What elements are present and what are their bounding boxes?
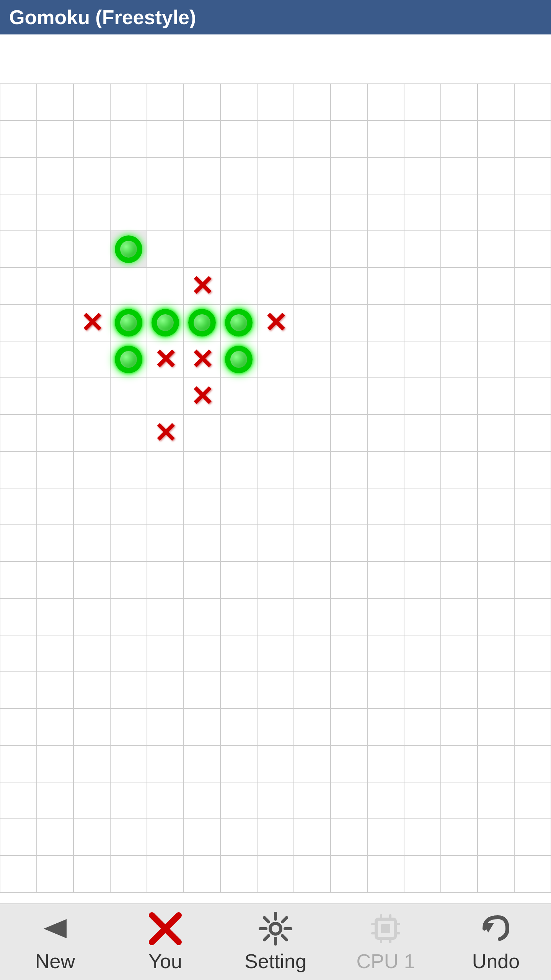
piece-x: ✕ (184, 268, 220, 304)
piece-o (225, 346, 253, 373)
arrow-undo-icon (479, 911, 513, 946)
svg-line-47 (264, 918, 269, 922)
piece-x: ✕ (184, 341, 220, 378)
arrow-new-icon (38, 911, 72, 946)
svg-point-42 (270, 923, 281, 934)
cpu-icon (368, 911, 403, 946)
piece-o (152, 309, 179, 336)
setting-button-label: Setting (245, 950, 306, 973)
title-bar: Gomoku (Freestyle) (0, 0, 551, 34)
piece-o (115, 346, 142, 373)
you-button-label: You (148, 950, 182, 973)
svg-marker-39 (44, 919, 67, 938)
svg-line-48 (282, 936, 287, 940)
piece-x: ✕ (147, 341, 184, 378)
undo-button-label: Undo (472, 950, 520, 973)
piece-o (115, 235, 142, 263)
app-title: Gomoku (Freestyle) (9, 6, 196, 29)
piece-o (188, 309, 216, 336)
gear-icon (258, 911, 293, 946)
setting-button[interactable]: Setting (222, 908, 329, 977)
svg-line-50 (264, 936, 269, 940)
piece-o (115, 309, 142, 336)
new-button-label: New (35, 950, 75, 973)
undo-button[interactable]: Undo (442, 908, 549, 977)
new-button[interactable]: New (2, 908, 109, 977)
game-board[interactable]: ✕✕✕✕✕✕✕ (0, 34, 551, 942)
piece-x: ✕ (147, 415, 184, 451)
bottom-bar: New You Setting (0, 903, 551, 980)
cpu1-button-label: CPU 1 (356, 950, 415, 973)
piece-x: ✕ (257, 304, 294, 341)
pieces-layer[interactable]: ✕✕✕✕✕✕✕ (0, 34, 551, 942)
svg-line-49 (282, 918, 287, 922)
svg-rect-52 (381, 924, 390, 933)
you-button[interactable]: You (112, 908, 219, 977)
piece-x: ✕ (184, 378, 220, 415)
piece-o (225, 309, 253, 336)
cpu1-button[interactable]: CPU 1 (332, 908, 439, 977)
x-mark-icon (148, 911, 183, 946)
piece-x: ✕ (73, 304, 110, 341)
